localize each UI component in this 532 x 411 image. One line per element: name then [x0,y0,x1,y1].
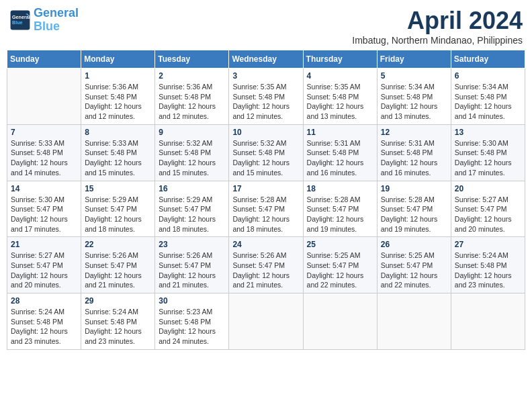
day-info: Sunrise: 5:24 AM Sunset: 5:48 PM Dayligh… [85,307,151,347]
day-number: 25 [307,240,373,249]
svg-text:Blue: Blue [12,19,23,26]
calendar-table: SundayMondayTuesdayWednesdayThursdayFrid… [7,50,525,350]
calendar-cell: 29Sunrise: 5:24 AM Sunset: 5:48 PM Dayli… [81,293,155,350]
calendar-cell: 9Sunrise: 5:32 AM Sunset: 5:48 PM Daylig… [155,124,229,181]
logo-icon: General Blue [9,9,31,31]
calendar-cell [7,68,81,125]
day-number: 16 [159,184,225,193]
calendar-cell: 20Sunrise: 5:27 AM Sunset: 5:47 PM Dayli… [451,181,525,237]
day-info: Sunrise: 5:32 AM Sunset: 5:48 PM Dayligh… [232,138,299,178]
day-number: 27 [455,240,521,249]
day-number: 21 [11,240,77,249]
calendar-cell [377,293,451,350]
calendar-cell: 7Sunrise: 5:33 AM Sunset: 5:48 PM Daylig… [7,124,81,181]
calendar-cell: 26Sunrise: 5:25 AM Sunset: 5:47 PM Dayli… [377,237,451,293]
calendar-week-4: 21Sunrise: 5:27 AM Sunset: 5:47 PM Dayli… [7,237,525,293]
calendar-cell: 21Sunrise: 5:27 AM Sunset: 5:47 PM Dayli… [7,237,81,293]
day-number: 6 [455,71,521,81]
day-number: 3 [232,71,299,81]
day-number: 17 [232,184,299,193]
day-number: 23 [159,240,225,249]
day-info: Sunrise: 5:32 AM Sunset: 5:48 PM Dayligh… [159,138,225,178]
day-number: 4 [307,71,373,81]
day-info: Sunrise: 5:33 AM Sunset: 5:48 PM Dayligh… [85,138,151,178]
weekday-header-row: SundayMondayTuesdayWednesdayThursdayFrid… [7,50,525,68]
calendar-cell [229,293,303,350]
calendar-cell: 15Sunrise: 5:29 AM Sunset: 5:47 PM Dayli… [81,181,155,237]
day-info: Sunrise: 5:26 AM Sunset: 5:47 PM Dayligh… [159,250,225,290]
day-info: Sunrise: 5:31 AM Sunset: 5:48 PM Dayligh… [381,138,447,178]
calendar-cell: 2Sunrise: 5:36 AM Sunset: 5:48 PM Daylig… [155,68,229,125]
calendar-cell [451,293,525,350]
calendar-cell: 11Sunrise: 5:31 AM Sunset: 5:48 PM Dayli… [303,124,377,181]
calendar-cell [303,293,377,350]
day-number: 12 [381,128,447,137]
day-number: 29 [85,296,151,306]
day-info: Sunrise: 5:36 AM Sunset: 5:48 PM Dayligh… [85,82,151,122]
day-number: 15 [85,184,151,193]
calendar-cell: 28Sunrise: 5:24 AM Sunset: 5:48 PM Dayli… [7,293,81,350]
day-number: 9 [159,128,225,137]
logo-text: GeneralBlue [34,7,79,34]
day-number: 24 [232,240,299,249]
location: Imbatug, Northern Mindanao, Philippines [352,35,523,46]
day-info: Sunrise: 5:28 AM Sunset: 5:47 PM Dayligh… [232,195,299,234]
day-info: Sunrise: 5:24 AM Sunset: 5:48 PM Dayligh… [11,307,77,347]
calendar-cell: 14Sunrise: 5:30 AM Sunset: 5:47 PM Dayli… [7,181,81,237]
day-info: Sunrise: 5:36 AM Sunset: 5:48 PM Dayligh… [159,82,225,122]
day-info: Sunrise: 5:29 AM Sunset: 5:47 PM Dayligh… [85,195,151,234]
logo: General Blue GeneralBlue [9,7,79,34]
calendar-cell: 6Sunrise: 5:34 AM Sunset: 5:48 PM Daylig… [451,68,525,125]
day-info: Sunrise: 5:26 AM Sunset: 5:47 PM Dayligh… [85,250,151,290]
month-title: April 2024 [352,7,523,35]
day-number: 26 [381,240,447,249]
calendar-week-1: 1Sunrise: 5:36 AM Sunset: 5:48 PM Daylig… [7,68,525,125]
page-header: General Blue GeneralBlue April 2024 Imba… [7,7,525,46]
day-number: 14 [11,184,77,193]
calendar-cell: 10Sunrise: 5:32 AM Sunset: 5:48 PM Dayli… [229,124,303,181]
calendar-cell: 19Sunrise: 5:28 AM Sunset: 5:47 PM Dayli… [377,181,451,237]
calendar-week-5: 28Sunrise: 5:24 AM Sunset: 5:48 PM Dayli… [7,293,525,350]
calendar-cell: 30Sunrise: 5:23 AM Sunset: 5:48 PM Dayli… [155,293,229,350]
weekday-header-saturday: Saturday [451,50,525,68]
calendar-week-3: 14Sunrise: 5:30 AM Sunset: 5:47 PM Dayli… [7,181,525,237]
calendar-cell: 16Sunrise: 5:29 AM Sunset: 5:47 PM Dayli… [155,181,229,237]
day-info: Sunrise: 5:30 AM Sunset: 5:47 PM Dayligh… [11,195,77,234]
calendar-cell: 25Sunrise: 5:25 AM Sunset: 5:47 PM Dayli… [303,237,377,293]
day-number: 2 [159,71,225,81]
calendar-cell: 17Sunrise: 5:28 AM Sunset: 5:47 PM Dayli… [229,181,303,237]
calendar-cell: 23Sunrise: 5:26 AM Sunset: 5:47 PM Dayli… [155,237,229,293]
day-info: Sunrise: 5:30 AM Sunset: 5:48 PM Dayligh… [455,138,521,178]
day-number: 11 [307,128,373,137]
day-number: 7 [11,128,77,137]
calendar-cell: 1Sunrise: 5:36 AM Sunset: 5:48 PM Daylig… [81,68,155,125]
calendar-cell: 3Sunrise: 5:35 AM Sunset: 5:48 PM Daylig… [229,68,303,125]
calendar-cell: 24Sunrise: 5:26 AM Sunset: 5:47 PM Dayli… [229,237,303,293]
day-info: Sunrise: 5:35 AM Sunset: 5:48 PM Dayligh… [307,82,373,122]
day-info: Sunrise: 5:23 AM Sunset: 5:48 PM Dayligh… [159,307,225,347]
calendar-cell: 4Sunrise: 5:35 AM Sunset: 5:48 PM Daylig… [303,68,377,125]
day-info: Sunrise: 5:31 AM Sunset: 5:48 PM Dayligh… [307,138,373,178]
day-info: Sunrise: 5:34 AM Sunset: 5:48 PM Dayligh… [455,82,521,122]
day-info: Sunrise: 5:27 AM Sunset: 5:47 PM Dayligh… [455,195,521,234]
weekday-header-friday: Friday [377,50,451,68]
weekday-header-sunday: Sunday [7,50,81,68]
day-number: 1 [85,71,151,81]
calendar-cell: 13Sunrise: 5:30 AM Sunset: 5:48 PM Dayli… [451,124,525,181]
weekday-header-tuesday: Tuesday [155,50,229,68]
calendar-cell: 18Sunrise: 5:28 AM Sunset: 5:47 PM Dayli… [303,181,377,237]
calendar-cell: 5Sunrise: 5:34 AM Sunset: 5:48 PM Daylig… [377,68,451,125]
day-info: Sunrise: 5:29 AM Sunset: 5:47 PM Dayligh… [159,195,225,234]
calendar-week-2: 7Sunrise: 5:33 AM Sunset: 5:48 PM Daylig… [7,124,525,181]
day-info: Sunrise: 5:34 AM Sunset: 5:48 PM Dayligh… [381,82,447,122]
day-number: 30 [159,296,225,306]
day-number: 13 [455,128,521,137]
day-info: Sunrise: 5:24 AM Sunset: 5:48 PM Dayligh… [455,250,521,290]
calendar-cell: 27Sunrise: 5:24 AM Sunset: 5:48 PM Dayli… [451,237,525,293]
day-number: 18 [307,184,373,193]
day-info: Sunrise: 5:27 AM Sunset: 5:47 PM Dayligh… [11,250,77,290]
day-number: 19 [381,184,447,193]
calendar-cell: 8Sunrise: 5:33 AM Sunset: 5:48 PM Daylig… [81,124,155,181]
day-number: 8 [85,128,151,137]
day-number: 5 [381,71,447,81]
